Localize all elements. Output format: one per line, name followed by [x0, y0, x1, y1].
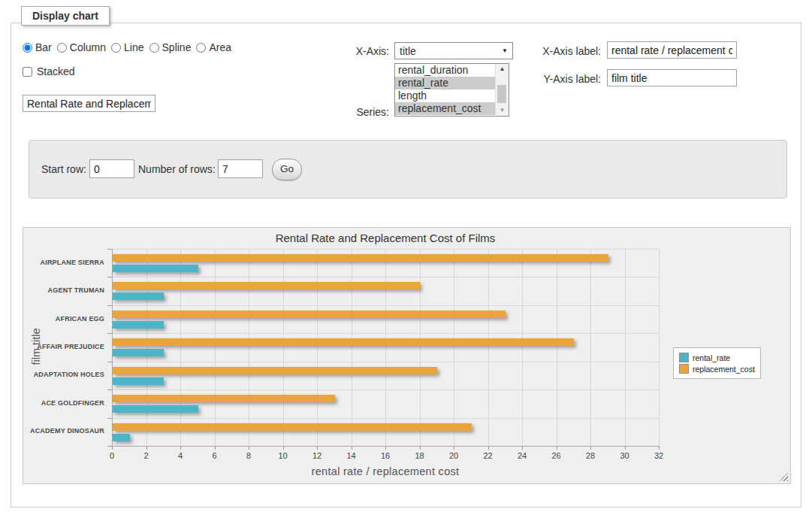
legend-label: replacement_cost: [693, 365, 755, 374]
gridline-vertical: [659, 249, 660, 446]
resize-handle-icon[interactable]: [780, 473, 788, 481]
number-of-rows-input[interactable]: [218, 159, 263, 178]
radio-column[interactable]: Column: [57, 41, 106, 53]
x-tick-label: 28: [579, 451, 602, 460]
radio-label-area: Area: [209, 41, 231, 53]
series-listbox[interactable]: rental_durationrental_ratelengthreplacem…: [394, 63, 509, 117]
radio-label-spline: Spline: [162, 41, 192, 53]
scroll-up-icon[interactable]: ▲: [496, 64, 509, 74]
legend-swatch-icon: [679, 364, 689, 374]
x-axis-label-input[interactable]: [607, 41, 737, 59]
radio-label-bar: Bar: [35, 41, 52, 53]
radio-label-column: Column: [70, 41, 106, 53]
start-row-label: Start row:: [41, 163, 86, 175]
y-axis-label-input[interactable]: [607, 69, 737, 86]
bar-replacement_cost: [113, 311, 506, 318]
radio-input-area[interactable]: [196, 43, 206, 53]
x-tick-label: 20: [442, 451, 465, 460]
x-tick-mark: [317, 447, 318, 450]
x-tick-label: 14: [340, 451, 363, 460]
radio-input-bar[interactable]: [23, 43, 32, 53]
series-option-length[interactable]: length: [395, 89, 497, 102]
bar-rental_rate: [113, 377, 164, 385]
radio-label-line: Line: [124, 41, 143, 53]
x-tick-mark: [112, 447, 113, 450]
radio-line[interactable]: Line: [111, 41, 143, 53]
radio-spline[interactable]: Spline: [149, 41, 192, 53]
series-listbox-scrollbar[interactable]: ▲ ▼: [495, 64, 509, 116]
bar-replacement_cost: [113, 282, 420, 289]
scrollbar-thumb[interactable]: [497, 85, 506, 103]
gridline-horizontal: [112, 305, 659, 306]
gridline-vertical: [146, 249, 147, 446]
x-tick-label: 18: [409, 451, 431, 460]
bar-replacement_cost: [113, 423, 472, 431]
x-tick-label: 12: [306, 451, 328, 460]
scroll-down-icon[interactable]: ▼: [496, 105, 509, 116]
series-option-rental_duration[interactable]: rental_duration: [395, 64, 497, 77]
legend-entry-rental_rate: rental_rate: [679, 353, 755, 362]
x-axis-line: [112, 446, 660, 447]
x-tick-mark: [590, 447, 591, 450]
x-tick-label: 8: [237, 451, 260, 460]
category-label: ACADEMY DINOSAUR: [23, 427, 104, 435]
radio-area[interactable]: Area: [196, 41, 231, 53]
bar-rental_rate: [113, 265, 198, 272]
gridline-vertical: [385, 249, 386, 446]
start-row-input[interactable]: [89, 159, 134, 178]
gridline-vertical: [557, 249, 557, 446]
category-label: AGENT TRUMAN: [23, 286, 104, 294]
series-option-rental_rate[interactable]: rental_rate: [395, 77, 497, 89]
x-tick-label: 6: [204, 451, 226, 460]
gridline-vertical: [249, 249, 249, 446]
x-axis-title: rental rate / replacement cost: [112, 465, 659, 477]
x-tick-mark: [420, 447, 421, 450]
x-tick-label: 2: [135, 451, 158, 460]
chart-title-input[interactable]: [23, 95, 155, 112]
x-tick-mark: [488, 447, 489, 450]
gridline-horizontal: [112, 249, 659, 250]
bar-replacement_cost: [113, 367, 437, 374]
x-tick-mark: [249, 447, 249, 450]
x-tick-label: 24: [511, 451, 533, 460]
legend-swatch-icon: [679, 353, 689, 362]
x-tick-mark: [283, 447, 284, 450]
x-tick-label: 16: [374, 451, 397, 460]
x-tick-label: 32: [647, 451, 670, 460]
gridline-vertical: [352, 249, 352, 446]
radio-input-column[interactable]: [57, 43, 67, 53]
panel-title: Display chart: [21, 6, 110, 26]
chart-type-group: BarColumnLineSplineArea: [23, 41, 231, 53]
legend-label: rental_rate: [693, 353, 730, 362]
series-listbox-options: rental_durationrental_ratelengthreplacem…: [395, 64, 497, 115]
x-axis-select[interactable]: title ▼: [394, 42, 513, 59]
bar-rental_rate: [113, 349, 164, 356]
chart-area: 02468101214161820222426283032AIRPLANE SI…: [23, 227, 791, 484]
gridline-vertical: [317, 249, 318, 446]
stacked-label: Stacked: [37, 65, 75, 77]
legend-entry-replacement_cost: replacement_cost: [679, 364, 755, 374]
x-tick-label: 4: [169, 451, 192, 460]
radio-input-line[interactable]: [111, 43, 121, 53]
gridline-horizontal: [112, 277, 659, 277]
series-option-replacement_cost[interactable]: replacement_cost: [395, 102, 497, 115]
go-button[interactable]: Go: [272, 159, 302, 180]
bar-rental_rate: [113, 405, 198, 413]
category-label: AIRPLANE SIERRA: [23, 259, 104, 266]
gridline-vertical: [215, 249, 216, 446]
chevron-down-icon: ▼: [502, 47, 508, 54]
x-tick-label: 22: [477, 451, 500, 460]
radio-input-spline[interactable]: [149, 43, 159, 53]
stacked-option[interactable]: Stacked: [23, 65, 75, 77]
page: Display chart BarColumnLineSplineArea St…: [0, 0, 812, 512]
gridline-vertical: [180, 249, 181, 446]
x-tick-mark: [625, 447, 626, 450]
stacked-checkbox[interactable]: [23, 67, 32, 77]
gridline-horizontal: [112, 362, 659, 362]
x-tick-label: 26: [545, 451, 568, 460]
x-tick-mark: [454, 447, 454, 450]
x-tick-mark: [215, 447, 216, 450]
radio-bar[interactable]: Bar: [23, 41, 52, 53]
gridline-vertical: [283, 249, 284, 446]
x-axis-select-label: X-Axis:: [323, 45, 389, 57]
